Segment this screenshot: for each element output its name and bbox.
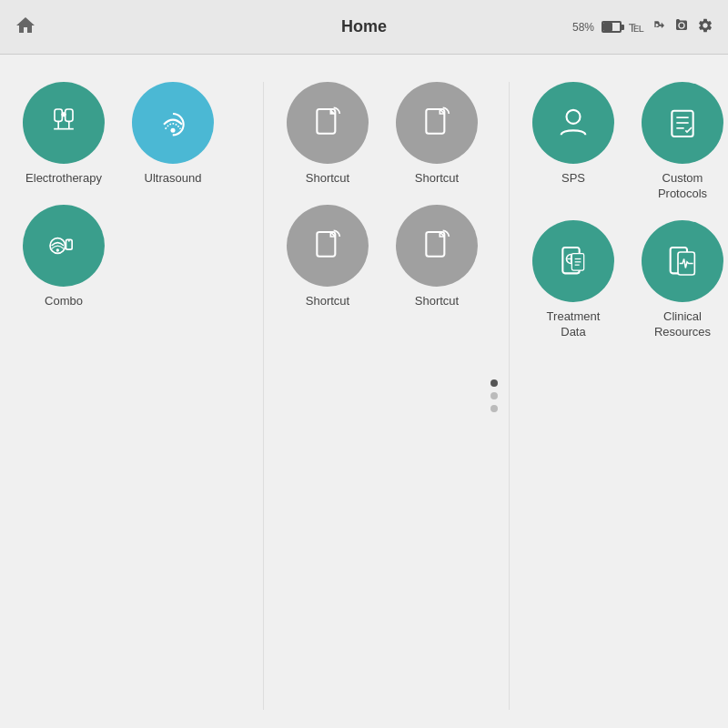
bluetooth-icon: ℡ — [629, 18, 644, 35]
app-item-electrotherapy[interactable]: Electrotherapy — [18, 82, 109, 187]
scroll-dot-3 — [490, 405, 498, 412]
svg-rect-16 — [426, 109, 444, 134]
app-item-shortcut2[interactable]: Shortcut — [391, 82, 482, 187]
svg-rect-17 — [317, 232, 335, 257]
scroll-dot-2 — [490, 392, 498, 399]
settings-icon[interactable] — [697, 17, 713, 36]
shortcut4-label: Shortcut — [415, 294, 459, 309]
header-right: 58% ℡ — [572, 17, 713, 37]
electrotherapy-circle — [23, 82, 105, 164]
scroll-dot-1 — [490, 379, 498, 387]
custom-protocols-circle — [642, 82, 723, 164]
sps-label: SPS — [561, 171, 585, 187]
page-title: Home — [341, 17, 387, 36]
middle-panel-row-1: Shortcut Shortcut — [282, 82, 490, 187]
svg-point-11 — [56, 248, 59, 251]
app-item-ultrasound[interactable]: Ultrasound — [127, 82, 218, 187]
left-panel: Electrotherapy Ultrasound — [18, 82, 264, 710]
home-icon[interactable] — [15, 15, 36, 40]
app-item-shortcut1[interactable]: Shortcut — [282, 82, 373, 187]
shortcut1-label: Shortcut — [306, 171, 349, 187]
app-item-shortcut4[interactable]: Shortcut — [391, 205, 482, 309]
shortcut4-circle — [396, 205, 478, 287]
svg-rect-0 — [55, 109, 62, 121]
app-item-treatment-data[interactable]: Treatment Data — [528, 220, 619, 340]
right-panel-row-2: Treatment Data Clinical Resources — [528, 220, 728, 340]
battery-icon — [602, 21, 622, 33]
main-content: Electrotherapy Ultrasound — [0, 55, 728, 728]
left-panel-row-2: Combo — [18, 205, 245, 309]
clinical-resources-circle — [642, 220, 723, 302]
electrotherapy-label: Electrotherapy — [25, 171, 102, 187]
shortcut3-circle — [287, 205, 369, 287]
custom-protocols-label: Custom Protocols — [658, 171, 707, 202]
shortcut1-circle — [287, 82, 369, 164]
app-item-custom-protocols[interactable]: Custom Protocols — [637, 82, 728, 202]
scroll-dots — [490, 379, 498, 412]
app-item-shortcut3[interactable]: Shortcut — [282, 205, 373, 309]
camera-icon[interactable] — [673, 17, 690, 37]
svg-rect-18 — [426, 232, 444, 257]
shortcut2-label: Shortcut — [415, 171, 459, 187]
svg-point-19 — [567, 110, 581, 124]
treatment-data-circle — [532, 220, 614, 302]
shortcut2-circle — [396, 82, 478, 164]
sps-circle — [532, 82, 614, 164]
header-left — [15, 15, 36, 40]
right-panel: SPS Custom Protocols — [510, 82, 728, 710]
middle-panel: Shortcut Shortcut — [264, 82, 510, 710]
ultrasound-circle — [132, 82, 214, 164]
battery-percent: 58% — [572, 21, 594, 34]
combo-label: Combo — [45, 294, 83, 309]
app-item-clinical-resources[interactable]: Clinical Resources — [637, 220, 728, 340]
app-item-combo[interactable]: Combo — [18, 205, 109, 309]
left-panel-row-1: Electrotherapy Ultrasound — [18, 82, 245, 187]
ultrasound-label: Ultrasound — [145, 171, 202, 187]
svg-rect-1 — [66, 109, 73, 121]
right-panel-row-1: SPS Custom Protocols — [528, 82, 728, 202]
svg-rect-13 — [68, 239, 70, 242]
header: Home 58% ℡ — [0, 0, 728, 55]
treatment-data-label: Treatment Data — [547, 309, 601, 340]
clinical-resources-label: Clinical Resources — [654, 309, 711, 340]
shortcut3-label: Shortcut — [306, 294, 349, 309]
app-item-sps[interactable]: SPS — [528, 82, 619, 202]
middle-panel-row-2: Shortcut Shortcut — [282, 205, 490, 309]
usb-icon — [652, 18, 666, 36]
svg-point-9 — [171, 128, 176, 133]
combo-circle — [23, 205, 105, 287]
